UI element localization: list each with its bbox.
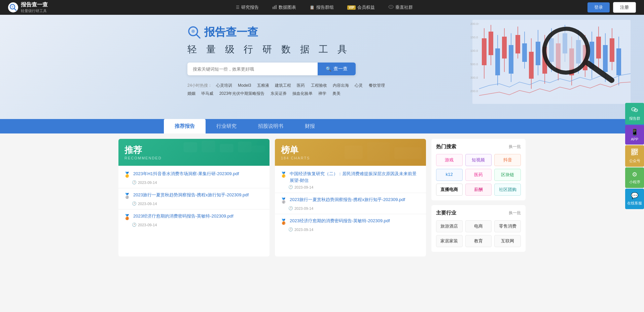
tag-item[interactable]: k12 bbox=[436, 169, 463, 181]
industry-item[interactable]: 家居家装 bbox=[436, 235, 463, 247]
tag-item[interactable]: 短视频 bbox=[465, 154, 492, 166]
tab-financial[interactable]: 财报 bbox=[294, 119, 326, 133]
float-miniapp[interactable]: ⚙ 小程序 bbox=[625, 167, 644, 188]
tag-item[interactable]: 区块链 bbox=[494, 169, 521, 181]
hot-item[interactable]: 东吴证券 bbox=[271, 89, 287, 98]
tab-industry[interactable]: 行业研究 bbox=[206, 119, 247, 133]
hot-item[interactable]: Model3 bbox=[238, 81, 251, 89]
hot-searches: 24小时热搜： 心灵培训 Model3 五粮液 建筑工程 医药 工程验收 内容出… bbox=[187, 81, 457, 98]
main-industry-title: 主要行业 bbox=[436, 210, 456, 216]
hot-item[interactable]: 心灵培训 bbox=[216, 81, 232, 89]
svg-rect-72 bbox=[394, 147, 422, 159]
industry-item[interactable]: 零售消费 bbox=[494, 220, 521, 232]
nav-report-group[interactable]: 📋 报告群组 bbox=[303, 0, 341, 15]
brand-name: 报告查一查 bbox=[204, 25, 258, 40]
svg-line-11 bbox=[196, 35, 200, 38]
hot-item[interactable]: 婚姻 bbox=[187, 89, 195, 98]
industry-refresh[interactable]: 换一批 bbox=[509, 210, 521, 216]
svg-rect-5 bbox=[276, 5, 277, 9]
nav-community-icon bbox=[388, 5, 394, 10]
charts-header: 榜单 184 CHARTS bbox=[275, 139, 426, 166]
list-item[interactable]: 🥉 2023经济疗愈期的消费密码报告-英敏特-202309.pdf 🕐 2023… bbox=[275, 214, 426, 235]
svg-point-75 bbox=[633, 109, 633, 110]
hot-item[interactable]: 奥美 bbox=[332, 89, 341, 98]
wechat-icon bbox=[631, 106, 638, 115]
hot-item[interactable]: 五粮液 bbox=[257, 81, 269, 89]
search-button[interactable]: 🔍 查一查 bbox=[318, 63, 356, 75]
hot-item[interactable]: 工程验收 bbox=[311, 81, 327, 89]
float-customer-service[interactable]: 💬 在线客服 bbox=[625, 189, 644, 209]
industry-item[interactable]: 旅游酒店 bbox=[436, 220, 463, 232]
tag-item[interactable]: 抖音 bbox=[494, 154, 521, 166]
svg-line-1 bbox=[14, 8, 16, 10]
svg-rect-69 bbox=[251, 146, 265, 152]
hot-item[interactable]: 建筑工程 bbox=[275, 81, 291, 89]
medal-silver-icon: 🥈 bbox=[280, 197, 287, 205]
hot-item[interactable]: 2023年光伏中期策略报告 bbox=[219, 89, 265, 98]
medal-gold-icon: 🥇 bbox=[124, 171, 131, 179]
miniapp-icon: ⚙ bbox=[632, 171, 637, 178]
main-industry-header: 主要行业 换一批 bbox=[436, 210, 521, 216]
tab-recommended[interactable]: 推荐报告 bbox=[164, 119, 206, 133]
hot-item[interactable]: 毕马威 bbox=[201, 89, 213, 98]
svg-point-74 bbox=[634, 109, 638, 112]
site-subtitle: 轻量级行研工具 bbox=[21, 8, 48, 13]
industry-grid: 旅游酒店 电商 零售消费 家居家装 教育 互联网 bbox=[436, 220, 521, 247]
float-app[interactable]: 📱 APP bbox=[625, 125, 644, 145]
charts-list: 🥇 中国经济恢复研究（二）：居民消费难提振深层次原因及未来前景展望-财信 🕐 2… bbox=[275, 166, 426, 236]
login-button[interactable]: 登录 bbox=[587, 2, 610, 12]
industry-item[interactable]: 教育 bbox=[465, 235, 492, 247]
left-section: 推荐 RECOMMENDED 🥇 2023年H1抖音香水消费市场洞察-果集行研-… bbox=[118, 139, 426, 257]
svg-rect-84 bbox=[632, 153, 634, 154]
svg-rect-3 bbox=[273, 7, 274, 9]
hot-search-refresh[interactable]: 换一批 bbox=[509, 144, 521, 150]
nav-chart-icon bbox=[272, 5, 277, 10]
svg-rect-65 bbox=[183, 142, 197, 152]
logo[interactable]: 报告查一查 轻量级行研工具 bbox=[8, 1, 48, 13]
nav-research-report[interactable]: ☰ 研究报告 bbox=[229, 0, 265, 15]
hot-item[interactable]: 抽血化验单 bbox=[292, 89, 313, 98]
svg-rect-82 bbox=[636, 150, 637, 151]
main-content: 推荐 RECOMMENDED 🥇 2023年H1抖音香水消费市场洞察-果集行研-… bbox=[112, 133, 532, 262]
tag-item[interactable]: 直播电商 bbox=[436, 184, 463, 196]
list-item[interactable]: 🥉 2023经济疗愈期的消费密码报告-英敏特-202309.pdf 🕐 2023… bbox=[118, 209, 270, 230]
tag-item[interactable]: 社区团购 bbox=[494, 184, 521, 196]
industry-item[interactable]: 互联网 bbox=[494, 235, 521, 247]
hot-item[interactable]: 餐饮管理 bbox=[369, 81, 385, 89]
hero-brand: 报告查一查 bbox=[187, 25, 457, 40]
svg-point-8 bbox=[391, 6, 391, 7]
hot-item[interactable]: 禅学 bbox=[318, 89, 326, 98]
list-item[interactable]: 🥇 中国经济恢复研究（二）：居民消费难提振深层次原因及未来前景展望-财信 🕐 2… bbox=[275, 167, 426, 193]
list-item[interactable]: 🥈 2023旅行一夏赏秋趋势洞察报告-携程x旅行知乎-202309.pdf 🕐 … bbox=[118, 188, 270, 209]
register-button[interactable]: 注册 bbox=[613, 2, 636, 13]
hot-item[interactable]: 医药 bbox=[297, 81, 305, 89]
tag-item[interactable]: 游戏 bbox=[436, 154, 463, 166]
svg-rect-86 bbox=[637, 154, 638, 155]
nav-data-chart[interactable]: 数据图表 bbox=[265, 0, 303, 15]
main-nav: ☰ 研究报告 数据图表 📋 报告群组 VIP 会员权益 bbox=[61, 0, 587, 15]
charts-card: 榜单 184 CHARTS 🥇 中国经济恢复研究（二）：居民消费难提振深层次原因… bbox=[275, 139, 426, 257]
search-input[interactable] bbox=[187, 63, 318, 75]
float-miniapp-label: 小程序 bbox=[629, 180, 640, 185]
float-report-group[interactable]: 报告群 bbox=[625, 103, 644, 124]
nav-community[interactable]: 垂直社群 bbox=[382, 0, 420, 15]
hot-label: 24小时热搜： bbox=[187, 83, 212, 88]
list-item[interactable]: 🥈 2023旅行一夏赏秋趋势洞察报告-携程x旅行知乎-202309.pdf 🕐 … bbox=[275, 193, 426, 214]
tab-ipo[interactable]: 招股说明书 bbox=[247, 119, 294, 133]
industry-item[interactable]: 电商 bbox=[465, 220, 492, 232]
item-date: 🕐 2023-09-14 bbox=[288, 227, 421, 232]
nav-member[interactable]: VIP 会员权益 bbox=[341, 0, 381, 15]
item-date: 🕐 2023-09-14 bbox=[132, 223, 264, 227]
svg-rect-70 bbox=[345, 146, 363, 159]
list-item[interactable]: 🥇 2023年H1抖音香水消费市场洞察-果集行研-202309.pdf 🕐 20… bbox=[118, 167, 270, 188]
right-sidebar: 热门搜索 换一批 游戏 短视频 抖音 k12 医药 区块链 直播电商 薪酬 社区… bbox=[431, 139, 526, 257]
tag-item[interactable]: 医药 bbox=[465, 169, 492, 181]
medal-bronze-icon: 🥉 bbox=[280, 218, 287, 226]
hot-item[interactable]: 内容出海 bbox=[333, 81, 349, 89]
hot-search-title: 热门搜索 bbox=[436, 144, 456, 150]
tag-item[interactable]: 薪酬 bbox=[465, 184, 492, 196]
svg-point-12 bbox=[191, 30, 195, 33]
float-wechat-public[interactable]: 公众号 bbox=[625, 145, 644, 167]
medal-silver-icon: 🥈 bbox=[124, 192, 131, 200]
hot-item[interactable]: 心灵 bbox=[355, 81, 363, 89]
